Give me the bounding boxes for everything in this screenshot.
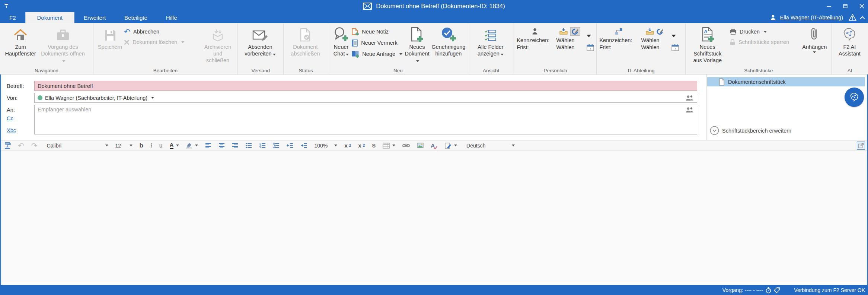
warning-icon[interactable]: [849, 14, 856, 21]
archivieren-button[interactable]: Archivieren und schließen: [201, 25, 235, 65]
tab-erweitert[interactable]: Erweitert: [74, 12, 115, 23]
tag-icon[interactable]: [774, 287, 780, 293]
genehmigung-hinzufuegen-button[interactable]: Genehmigung hinzufügen: [432, 25, 465, 58]
editor-toolbar: ↶ ↷ Calibri 12 b i u A 123 100% x2 x2 S …: [0, 140, 868, 151]
insert-link-icon[interactable]: [402, 143, 410, 148]
schriftstuecke-sperren-button[interactable]: Schriftstücke sperren: [730, 37, 789, 47]
tab-dokument[interactable]: Dokument: [25, 12, 74, 23]
neues-dokument-button[interactable]: Neues Dokument: [402, 25, 432, 65]
subscript-button[interactable]: x2: [358, 142, 365, 149]
svg-text:3: 3: [259, 146, 261, 148]
dokument-abschliessen-button[interactable]: Dokument abschließen: [286, 25, 324, 58]
dokument-loeschen-button[interactable]: Dokument löschen: [124, 37, 184, 47]
spellcheck-button[interactable]: A: [431, 142, 435, 149]
highlight-color-button[interactable]: [186, 142, 198, 149]
current-user-link[interactable]: Ella Wagner (IT-Abteilung): [780, 15, 843, 20]
cc-link[interactable]: Cc: [7, 115, 13, 121]
font-size-select[interactable]: 12: [115, 143, 133, 149]
dokumentenschriftstueck-item[interactable]: Dokumentenschriftstück: [707, 77, 865, 86]
ribbon-tab-row: F2 Dokument Erweitert Beteiligte Hilfe: [0, 12, 868, 23]
font-name-select[interactable]: Calibri: [47, 143, 108, 149]
zum-hauptfenster-button[interactable]: Zum Hauptfenster: [3, 25, 38, 58]
f2-ai-assistant-button[interactable]: F2 AI Assistant: [834, 25, 865, 58]
xbc-link[interactable]: Xbc: [7, 127, 16, 133]
font-color-button[interactable]: A: [170, 142, 179, 149]
neuer-chat-button[interactable]: Neuer Chat: [331, 25, 351, 58]
kennzeichen-edit-toggle[interactable]: [570, 27, 580, 36]
anhaengen-button[interactable]: Anhängen: [800, 25, 829, 54]
alle-felder-anzeigen-button[interactable]: Alle Felder anzeigen: [471, 25, 510, 58]
outdent-button[interactable]: [287, 143, 293, 148]
ai-assistant-fab[interactable]: [845, 88, 864, 107]
persoenlich-kennzeichen-value[interactable]: Wählen: [556, 37, 584, 43]
align-right-button[interactable]: [232, 143, 238, 148]
close-button[interactable]: [859, 3, 864, 9]
persoenlich-calendar-icon[interactable]: 7: [587, 44, 596, 51]
redo-icon[interactable]: ↷: [31, 142, 38, 149]
maximize-button[interactable]: [843, 3, 848, 9]
language-select[interactable]: Deutsch: [466, 143, 515, 149]
align-center-button[interactable]: [218, 143, 225, 148]
multilevel-list-button[interactable]: [273, 143, 280, 148]
note-plus-icon: [351, 28, 359, 35]
von-address-book-icon[interactable]: [685, 95, 694, 101]
insert-table-button[interactable]: [383, 143, 395, 149]
superscript-button[interactable]: x2: [344, 142, 351, 149]
numbered-list-button[interactable]: 123: [259, 143, 266, 148]
drucken-button[interactable]: Drucken: [730, 27, 789, 37]
bullet-list-button[interactable]: [245, 143, 252, 148]
tab-beteiligte[interactable]: Beteiligte: [115, 12, 157, 23]
strikethrough-button[interactable]: S: [372, 142, 376, 149]
persoenlich-frist-label: Frist:: [517, 44, 553, 50]
it-kennzeichen-edit-icon[interactable]: [657, 28, 664, 35]
server-connection-status: Verbindung zum F2 Server OK: [794, 287, 865, 293]
flag-tray-icon: [559, 28, 568, 35]
tab-f2[interactable]: F2: [0, 12, 25, 23]
betreff-field[interactable]: [34, 81, 697, 91]
ribbon-group-versand: Absenden vorbereiten Versand: [238, 23, 284, 74]
von-field[interactable]: Ella Wagner (Sachbearbeiter, IT-Abteilun…: [34, 93, 697, 103]
insert-image-icon[interactable]: [417, 143, 424, 148]
italic-button[interactable]: i: [150, 142, 152, 149]
neuer-vermerk-button[interactable]: Neuer Vermerk: [351, 38, 402, 48]
schriftstueckbereich-erweitern-button[interactable]: Schriftstückbereich erweitern: [710, 126, 791, 135]
signature-button[interactable]: [445, 142, 457, 149]
an-address-book-icon[interactable]: [685, 107, 694, 113]
zoom-select[interactable]: 100%: [314, 143, 337, 149]
align-left-button[interactable]: [205, 143, 211, 148]
save-icon: [104, 26, 117, 42]
vorgang-oeffnen-button[interactable]: Vorgang des Dokuments öffnen: [38, 25, 87, 65]
popout-editor-button[interactable]: [857, 142, 865, 150]
collapse-ribbon-icon[interactable]: [860, 16, 865, 19]
it-calendar-icon[interactable]: 7: [671, 44, 681, 51]
briefcase-icon: [56, 26, 70, 42]
neue-anfrage-button[interactable]: Neue Anfrage: [351, 49, 402, 59]
betreff-input[interactable]: [35, 81, 697, 91]
neue-notiz-button[interactable]: Neue Notiz: [351, 27, 402, 37]
document-metadata-area: Betreff: Von: Ella Wagner (Sachbearbeite…: [0, 74, 868, 140]
speichern-button[interactable]: Speichern: [96, 25, 124, 51]
it-dropdown-caret[interactable]: [671, 37, 681, 43]
an-input[interactable]: [35, 105, 697, 134]
persoenlich-frist-value[interactable]: Wählen: [556, 44, 584, 50]
tab-hilfe[interactable]: Hilfe: [157, 12, 186, 23]
document-editor-body[interactable]: [0, 151, 868, 282]
underline-button[interactable]: u: [159, 142, 163, 149]
abbrechen-button[interactable]: ↶ Abbrechen: [124, 27, 184, 37]
stopwatch-icon[interactable]: [766, 287, 771, 294]
undo-icon[interactable]: ↶: [18, 142, 24, 149]
neues-schriftstueck-aus-vorlage-button[interactable]: A Neues Schriftstück aus Vorlage: [688, 25, 727, 65]
ribbon-group-neu: Neuer Chat Neue Notiz Neuer Vermerk Neue…: [328, 23, 468, 74]
persoenlich-dropdown-caret[interactable]: [587, 37, 596, 43]
chevron-down-circle-icon: [710, 126, 719, 135]
unit-orgchart-icon: [615, 28, 623, 35]
absenden-vorbereiten-button[interactable]: Absenden vorbereiten: [240, 25, 280, 58]
it-kennzeichen-value[interactable]: Wählen: [641, 37, 668, 43]
indent-button[interactable]: [300, 143, 307, 148]
an-field[interactable]: [34, 105, 697, 134]
format-painter-icon[interactable]: [4, 142, 11, 149]
bold-button[interactable]: b: [140, 142, 143, 149]
minimize-button[interactable]: [826, 3, 832, 9]
von-value: Ella Wagner (Sachbearbeiter, IT-Abteilun…: [45, 95, 147, 101]
it-frist-value[interactable]: Wählen: [641, 44, 668, 50]
